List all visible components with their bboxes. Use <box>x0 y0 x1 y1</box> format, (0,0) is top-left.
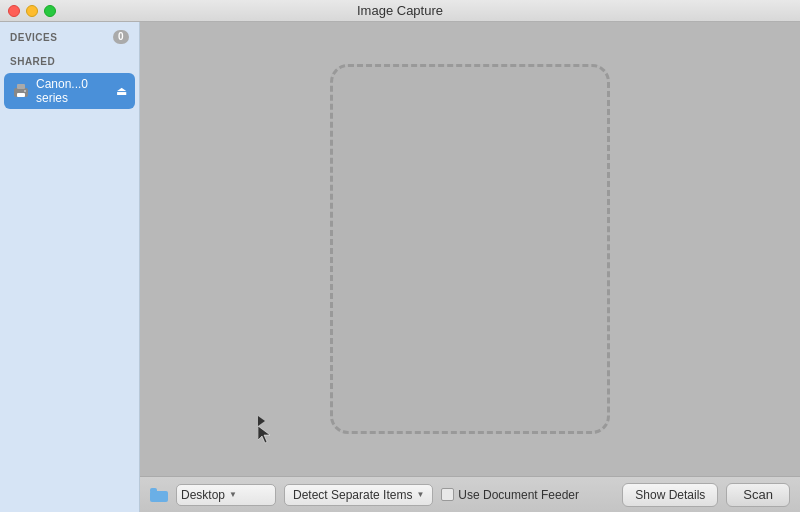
detect-separate-items-dropdown[interactable]: Detect Separate Items ▼ <box>284 484 433 506</box>
scan-area <box>140 22 800 476</box>
svg-marker-4 <box>258 426 270 443</box>
eject-icon: ⏏ <box>116 84 127 98</box>
svg-rect-1 <box>17 84 25 89</box>
traffic-lights <box>8 5 56 17</box>
window-title: Image Capture <box>357 3 443 18</box>
detect-dropdown-arrow-icon: ▼ <box>416 490 424 499</box>
detect-separate-items-label: Detect Separate Items <box>293 488 412 502</box>
dropdown-arrow-icon: ▼ <box>229 490 237 499</box>
scan-preview <box>330 64 610 434</box>
devices-label: DEVICES <box>10 32 57 43</box>
printer-icon <box>12 82 30 100</box>
main-content: Desktop ▼ Detect Separate Items ▼ Use Do… <box>140 22 800 512</box>
svg-rect-2 <box>17 93 25 97</box>
shared-label: SHARED <box>10 56 55 67</box>
shared-section-header: SHARED <box>0 48 139 71</box>
minimize-button[interactable] <box>26 5 38 17</box>
destination-value: Desktop <box>181 488 225 502</box>
sidebar-item-label: Canon...0 series <box>36 77 110 105</box>
sidebar-item-canon[interactable]: Canon...0 series ⏏ <box>4 73 135 109</box>
scan-button[interactable]: Scan <box>726 483 790 507</box>
title-bar: Image Capture <box>0 0 800 22</box>
svg-point-3 <box>24 90 26 92</box>
devices-section-header: DEVICES 0 <box>0 22 139 48</box>
folder-icon <box>150 488 168 502</box>
use-document-feeder-wrapper: Use Document Feeder <box>441 488 579 502</box>
svg-rect-6 <box>150 488 157 493</box>
use-document-feeder-label: Use Document Feeder <box>458 488 579 502</box>
bottom-toolbar: Desktop ▼ Detect Separate Items ▼ Use Do… <box>140 476 800 512</box>
close-button[interactable] <box>8 5 20 17</box>
show-details-button[interactable]: Show Details <box>622 483 718 507</box>
use-document-feeder-checkbox[interactable] <box>441 488 454 501</box>
folder-button[interactable] <box>150 488 168 502</box>
destination-select[interactable]: Desktop ▼ <box>176 484 276 506</box>
app-body: DEVICES 0 SHARED Canon...0 series ⏏ <box>0 22 800 512</box>
sidebar: DEVICES 0 SHARED Canon...0 series ⏏ <box>0 22 140 512</box>
devices-badge: 0 <box>113 30 129 44</box>
maximize-button[interactable] <box>44 5 56 17</box>
